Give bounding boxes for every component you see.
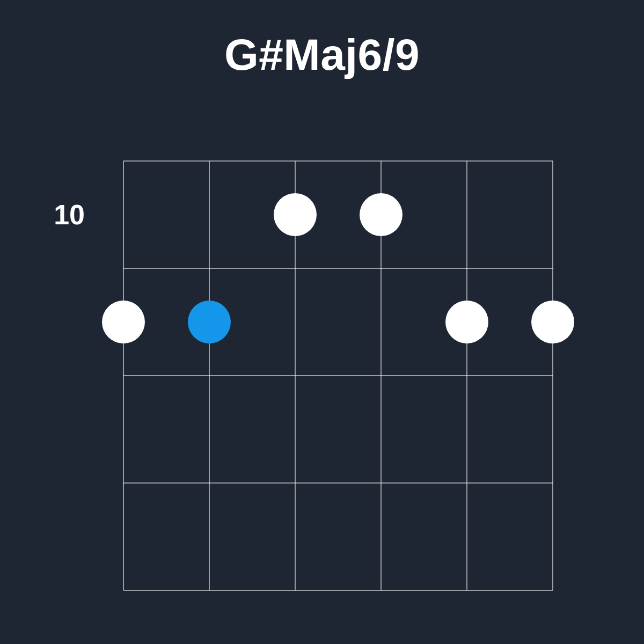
chord-dot-root xyxy=(188,301,231,343)
chord-dot xyxy=(274,193,317,236)
chord-dot xyxy=(531,301,574,343)
fret-line xyxy=(123,160,553,162)
fret-number-label: 10 xyxy=(54,199,85,231)
chord-title: G#Maj6/9 xyxy=(0,30,644,80)
chord-dot xyxy=(360,193,402,236)
chord-diagram: G#Maj6/9 10 xyxy=(0,0,644,644)
fret-line xyxy=(123,590,553,591)
fret-line xyxy=(123,375,553,376)
chord-dot xyxy=(445,301,488,343)
fretboard xyxy=(123,161,553,590)
chord-dot xyxy=(102,301,145,343)
fret-line xyxy=(123,482,553,484)
fret-line xyxy=(123,268,553,269)
